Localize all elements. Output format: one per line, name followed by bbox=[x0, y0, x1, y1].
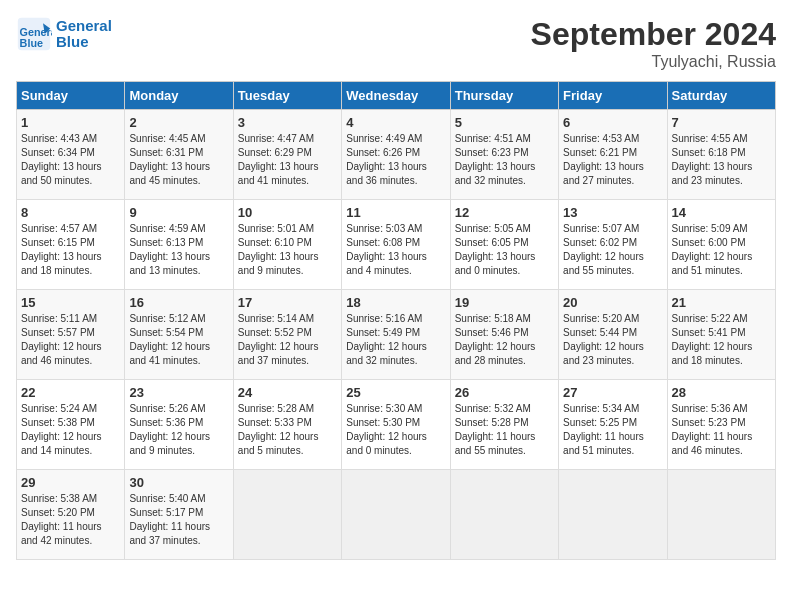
day-info: Sunrise: 5:40 AMSunset: 5:17 PMDaylight:… bbox=[129, 492, 228, 548]
day-info: Sunrise: 5:34 AMSunset: 5:25 PMDaylight:… bbox=[563, 402, 662, 458]
day-number: 12 bbox=[455, 205, 554, 220]
day-info: Sunrise: 5:09 AMSunset: 6:00 PMDaylight:… bbox=[672, 222, 771, 278]
calendar-cell: 27Sunrise: 5:34 AMSunset: 5:25 PMDayligh… bbox=[559, 380, 667, 470]
day-number: 28 bbox=[672, 385, 771, 400]
logo: General Blue GeneralBlue bbox=[16, 16, 112, 52]
calendar-cell: 18Sunrise: 5:16 AMSunset: 5:49 PMDayligh… bbox=[342, 290, 450, 380]
calendar-cell bbox=[559, 470, 667, 560]
day-info: Sunrise: 5:38 AMSunset: 5:20 PMDaylight:… bbox=[21, 492, 120, 548]
day-info: Sunrise: 4:49 AMSunset: 6:26 PMDaylight:… bbox=[346, 132, 445, 188]
calendar-cell: 1Sunrise: 4:43 AMSunset: 6:34 PMDaylight… bbox=[17, 110, 125, 200]
day-header-saturday: Saturday bbox=[667, 82, 775, 110]
week-row-4: 22Sunrise: 5:24 AMSunset: 5:38 PMDayligh… bbox=[17, 380, 776, 470]
week-row-5: 29Sunrise: 5:38 AMSunset: 5:20 PMDayligh… bbox=[17, 470, 776, 560]
day-info: Sunrise: 5:30 AMSunset: 5:30 PMDaylight:… bbox=[346, 402, 445, 458]
calendar-cell: 22Sunrise: 5:24 AMSunset: 5:38 PMDayligh… bbox=[17, 380, 125, 470]
day-number: 9 bbox=[129, 205, 228, 220]
day-number: 29 bbox=[21, 475, 120, 490]
calendar-table: SundayMondayTuesdayWednesdayThursdayFrid… bbox=[16, 81, 776, 560]
day-number: 6 bbox=[563, 115, 662, 130]
calendar-cell: 16Sunrise: 5:12 AMSunset: 5:54 PMDayligh… bbox=[125, 290, 233, 380]
week-row-1: 1Sunrise: 4:43 AMSunset: 6:34 PMDaylight… bbox=[17, 110, 776, 200]
day-info: Sunrise: 4:45 AMSunset: 6:31 PMDaylight:… bbox=[129, 132, 228, 188]
day-number: 26 bbox=[455, 385, 554, 400]
location-title: Tyulyachi, Russia bbox=[531, 53, 776, 71]
day-number: 8 bbox=[21, 205, 120, 220]
day-header-wednesday: Wednesday bbox=[342, 82, 450, 110]
logo-text: GeneralBlue bbox=[56, 18, 112, 51]
header-row: SundayMondayTuesdayWednesdayThursdayFrid… bbox=[17, 82, 776, 110]
calendar-cell: 28Sunrise: 5:36 AMSunset: 5:23 PMDayligh… bbox=[667, 380, 775, 470]
calendar-cell: 7Sunrise: 4:55 AMSunset: 6:18 PMDaylight… bbox=[667, 110, 775, 200]
page-header: General Blue GeneralBlue September 2024 … bbox=[16, 16, 776, 71]
week-row-2: 8Sunrise: 4:57 AMSunset: 6:15 PMDaylight… bbox=[17, 200, 776, 290]
calendar-cell bbox=[667, 470, 775, 560]
day-number: 2 bbox=[129, 115, 228, 130]
day-number: 27 bbox=[563, 385, 662, 400]
calendar-cell bbox=[233, 470, 341, 560]
day-number: 14 bbox=[672, 205, 771, 220]
calendar-cell: 19Sunrise: 5:18 AMSunset: 5:46 PMDayligh… bbox=[450, 290, 558, 380]
day-number: 7 bbox=[672, 115, 771, 130]
calendar-cell bbox=[342, 470, 450, 560]
svg-text:Blue: Blue bbox=[20, 37, 43, 49]
day-info: Sunrise: 4:47 AMSunset: 6:29 PMDaylight:… bbox=[238, 132, 337, 188]
day-info: Sunrise: 5:26 AMSunset: 5:36 PMDaylight:… bbox=[129, 402, 228, 458]
calendar-cell: 6Sunrise: 4:53 AMSunset: 6:21 PMDaylight… bbox=[559, 110, 667, 200]
day-number: 13 bbox=[563, 205, 662, 220]
calendar-cell: 29Sunrise: 5:38 AMSunset: 5:20 PMDayligh… bbox=[17, 470, 125, 560]
day-number: 20 bbox=[563, 295, 662, 310]
day-number: 16 bbox=[129, 295, 228, 310]
day-number: 18 bbox=[346, 295, 445, 310]
calendar-cell: 10Sunrise: 5:01 AMSunset: 6:10 PMDayligh… bbox=[233, 200, 341, 290]
day-info: Sunrise: 5:36 AMSunset: 5:23 PMDaylight:… bbox=[672, 402, 771, 458]
calendar-cell: 12Sunrise: 5:05 AMSunset: 6:05 PMDayligh… bbox=[450, 200, 558, 290]
day-number: 11 bbox=[346, 205, 445, 220]
day-number: 24 bbox=[238, 385, 337, 400]
day-info: Sunrise: 5:01 AMSunset: 6:10 PMDaylight:… bbox=[238, 222, 337, 278]
calendar-cell bbox=[450, 470, 558, 560]
calendar-cell: 17Sunrise: 5:14 AMSunset: 5:52 PMDayligh… bbox=[233, 290, 341, 380]
day-info: Sunrise: 4:51 AMSunset: 6:23 PMDaylight:… bbox=[455, 132, 554, 188]
day-number: 4 bbox=[346, 115, 445, 130]
calendar-cell: 3Sunrise: 4:47 AMSunset: 6:29 PMDaylight… bbox=[233, 110, 341, 200]
calendar-cell: 20Sunrise: 5:20 AMSunset: 5:44 PMDayligh… bbox=[559, 290, 667, 380]
calendar-cell: 25Sunrise: 5:30 AMSunset: 5:30 PMDayligh… bbox=[342, 380, 450, 470]
day-number: 10 bbox=[238, 205, 337, 220]
day-number: 23 bbox=[129, 385, 228, 400]
day-info: Sunrise: 5:22 AMSunset: 5:41 PMDaylight:… bbox=[672, 312, 771, 368]
title-block: September 2024 Tyulyachi, Russia bbox=[531, 16, 776, 71]
calendar-cell: 14Sunrise: 5:09 AMSunset: 6:00 PMDayligh… bbox=[667, 200, 775, 290]
calendar-cell: 21Sunrise: 5:22 AMSunset: 5:41 PMDayligh… bbox=[667, 290, 775, 380]
day-info: Sunrise: 5:16 AMSunset: 5:49 PMDaylight:… bbox=[346, 312, 445, 368]
day-header-sunday: Sunday bbox=[17, 82, 125, 110]
day-number: 21 bbox=[672, 295, 771, 310]
calendar-cell: 9Sunrise: 4:59 AMSunset: 6:13 PMDaylight… bbox=[125, 200, 233, 290]
day-number: 15 bbox=[21, 295, 120, 310]
month-title: September 2024 bbox=[531, 16, 776, 53]
day-number: 22 bbox=[21, 385, 120, 400]
day-info: Sunrise: 5:28 AMSunset: 5:33 PMDaylight:… bbox=[238, 402, 337, 458]
day-info: Sunrise: 4:55 AMSunset: 6:18 PMDaylight:… bbox=[672, 132, 771, 188]
calendar-cell: 5Sunrise: 4:51 AMSunset: 6:23 PMDaylight… bbox=[450, 110, 558, 200]
day-number: 30 bbox=[129, 475, 228, 490]
calendar-cell: 30Sunrise: 5:40 AMSunset: 5:17 PMDayligh… bbox=[125, 470, 233, 560]
day-header-thursday: Thursday bbox=[450, 82, 558, 110]
day-info: Sunrise: 5:18 AMSunset: 5:46 PMDaylight:… bbox=[455, 312, 554, 368]
day-info: Sunrise: 5:12 AMSunset: 5:54 PMDaylight:… bbox=[129, 312, 228, 368]
day-number: 3 bbox=[238, 115, 337, 130]
day-info: Sunrise: 4:53 AMSunset: 6:21 PMDaylight:… bbox=[563, 132, 662, 188]
day-header-friday: Friday bbox=[559, 82, 667, 110]
day-info: Sunrise: 5:20 AMSunset: 5:44 PMDaylight:… bbox=[563, 312, 662, 368]
day-number: 17 bbox=[238, 295, 337, 310]
day-info: Sunrise: 4:59 AMSunset: 6:13 PMDaylight:… bbox=[129, 222, 228, 278]
day-info: Sunrise: 5:32 AMSunset: 5:28 PMDaylight:… bbox=[455, 402, 554, 458]
day-info: Sunrise: 5:11 AMSunset: 5:57 PMDaylight:… bbox=[21, 312, 120, 368]
calendar-cell: 24Sunrise: 5:28 AMSunset: 5:33 PMDayligh… bbox=[233, 380, 341, 470]
calendar-cell: 13Sunrise: 5:07 AMSunset: 6:02 PMDayligh… bbox=[559, 200, 667, 290]
day-number: 5 bbox=[455, 115, 554, 130]
day-info: Sunrise: 4:57 AMSunset: 6:15 PMDaylight:… bbox=[21, 222, 120, 278]
day-info: Sunrise: 5:14 AMSunset: 5:52 PMDaylight:… bbox=[238, 312, 337, 368]
day-info: Sunrise: 5:03 AMSunset: 6:08 PMDaylight:… bbox=[346, 222, 445, 278]
day-info: Sunrise: 5:05 AMSunset: 6:05 PMDaylight:… bbox=[455, 222, 554, 278]
